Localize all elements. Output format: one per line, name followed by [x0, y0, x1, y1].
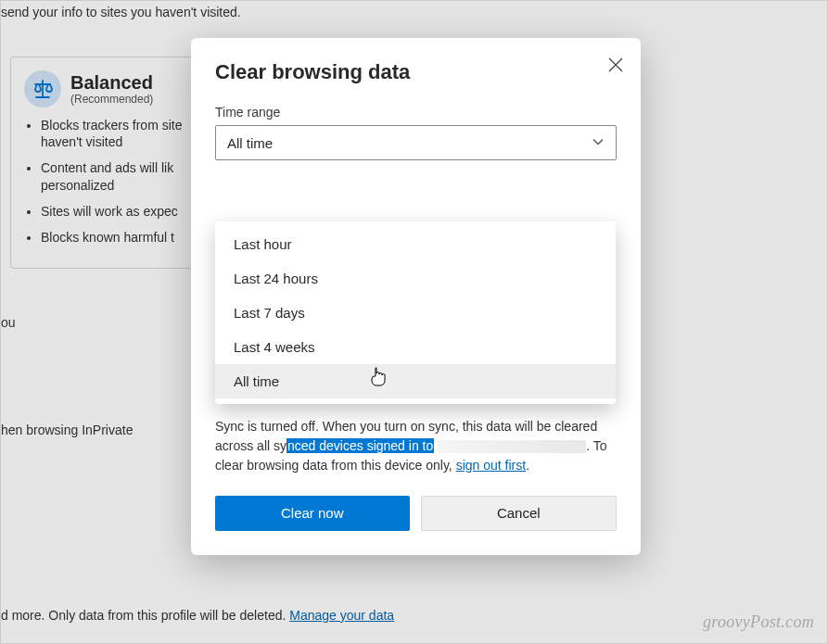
- option-last-hour[interactable]: Last hour: [215, 227, 616, 261]
- option-all-time[interactable]: All time: [215, 364, 616, 398]
- sign-out-link[interactable]: sign out first: [456, 458, 526, 473]
- option-last-24-hours[interactable]: Last 24 hours: [215, 261, 616, 296]
- pointer-cursor-icon: [370, 366, 387, 389]
- select-value: All time: [227, 135, 273, 151]
- close-icon[interactable]: [607, 57, 624, 73]
- sync-highlight: nced devices signed in to: [287, 438, 434, 453]
- sync-suffix: .: [526, 458, 529, 473]
- option-last-7-days[interactable]: Last 7 days: [215, 296, 616, 330]
- time-range-select[interactable]: All time: [215, 125, 617, 160]
- chevron-down-icon: [592, 135, 605, 151]
- clear-browsing-data-dialog: Clear browsing data Time range All time …: [191, 38, 641, 555]
- redacted-account: [438, 440, 586, 453]
- dialog-title: Clear browsing data: [215, 60, 617, 84]
- settings-page: send your info to sites you haven't visi…: [0, 0, 828, 644]
- time-range-dropdown: Last hour Last 24 hours Last 7 days Last…: [215, 221, 616, 404]
- cancel-button[interactable]: Cancel: [421, 496, 618, 531]
- clear-now-button[interactable]: Clear now: [215, 496, 410, 531]
- sync-info: Sync is turned off. When you turn on syn…: [215, 417, 617, 475]
- dialog-buttons: Clear now Cancel: [215, 496, 617, 531]
- time-range-label: Time range: [215, 105, 617, 120]
- option-last-4-weeks[interactable]: Last 4 weeks: [215, 330, 616, 364]
